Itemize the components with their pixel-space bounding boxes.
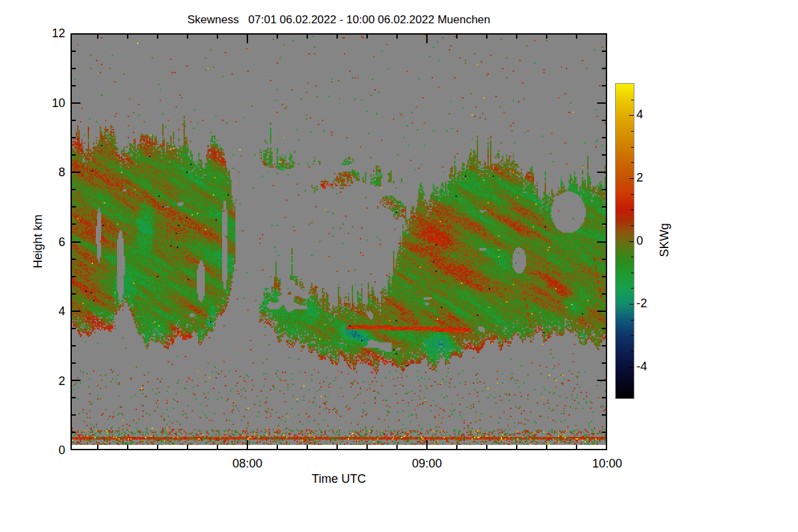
skewness-plot-page: Skewness 07:01 06.02.2022 - 10:00 06.02.… (0, 0, 798, 532)
y-tick-label: 4 (37, 305, 65, 318)
colorbar-tick-label: 0 (636, 234, 666, 247)
colorbar-tick-label: -4 (636, 360, 666, 373)
chart-title: Skewness 07:01 06.02.2022 - 10:00 06.02.… (70, 13, 607, 27)
y-tick-label: 8 (37, 166, 65, 179)
x-tick-label: 09:00 (396, 457, 458, 470)
colorbar-tick-label: 2 (636, 171, 666, 184)
y-tick-label: 2 (37, 374, 65, 388)
x-axis-label: Time UTC (70, 472, 607, 486)
y-tick-label: 0 (37, 444, 65, 457)
colorbar-tick-label: -2 (636, 297, 666, 310)
x-tick-label: 08:00 (217, 457, 278, 470)
axes-frame-canvas (70, 33, 607, 450)
colorbar-tick-label: 4 (636, 108, 666, 121)
y-tick-label: 10 (37, 96, 65, 110)
colorbar (615, 83, 634, 399)
x-tick-label: 10:00 (577, 457, 638, 470)
y-tick-label: 6 (37, 235, 65, 249)
y-tick-label: 12 (37, 27, 65, 40)
